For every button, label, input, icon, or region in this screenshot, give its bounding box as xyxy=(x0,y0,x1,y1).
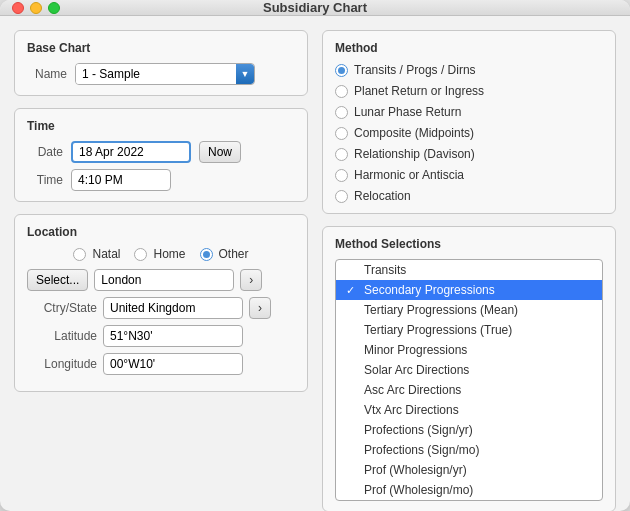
list-item-tertiary-mean[interactable]: Tertiary Progressions (Mean) xyxy=(336,300,602,320)
check-11 xyxy=(346,484,358,496)
method-label-1: Planet Return or Ingress xyxy=(354,84,484,98)
list-item-prof-yr[interactable]: Profections (Sign/yr) xyxy=(336,420,602,440)
list-item-label-transits: Transits xyxy=(364,263,406,277)
list-item-secondary[interactable]: ✓ Secondary Progressions xyxy=(336,280,602,300)
check-0 xyxy=(346,264,358,276)
list-item-tertiary-true[interactable]: Tertiary Progressions (True) xyxy=(336,320,602,340)
time-row: Time xyxy=(27,169,295,191)
latitude-field-label: Latitude xyxy=(27,329,97,343)
name-field-label: Name xyxy=(27,67,67,81)
method-radio-2[interactable] xyxy=(335,106,348,119)
name-dropdown-arrow[interactable]: ▼ xyxy=(236,64,254,84)
date-input[interactable] xyxy=(71,141,191,163)
city-input[interactable] xyxy=(94,269,234,291)
location-section: Location Natal Home Other xyxy=(14,214,308,392)
check-8 xyxy=(346,424,358,436)
home-radio-label: Home xyxy=(153,247,185,261)
method-radio-3[interactable] xyxy=(335,127,348,140)
list-item-wholesign-yr[interactable]: Prof (Wholesign/yr) xyxy=(336,460,602,480)
longitude-field-label: Longitude xyxy=(27,357,97,371)
method-radio-4[interactable] xyxy=(335,148,348,161)
list-item-label-prof-yr: Profections (Sign/yr) xyxy=(364,423,473,437)
method-radio-6[interactable] xyxy=(335,190,348,203)
check-1: ✓ xyxy=(346,284,358,297)
city-arrow-button[interactable]: › xyxy=(240,269,262,291)
check-2 xyxy=(346,304,358,316)
home-radio[interactable] xyxy=(134,248,147,261)
method-radio-1[interactable] xyxy=(335,85,348,98)
traffic-lights xyxy=(12,2,60,14)
method-section-label: Method xyxy=(335,41,603,55)
close-button[interactable] xyxy=(12,2,24,14)
natal-radio-label: Natal xyxy=(92,247,120,261)
check-3 xyxy=(346,324,358,336)
list-item-transits[interactable]: Transits xyxy=(336,260,602,280)
location-radio-row: Natal Home Other xyxy=(27,247,295,261)
country-field-label: Ctry/State xyxy=(27,301,97,315)
list-item-wholesign-mo[interactable]: Prof (Wholesign/mo) xyxy=(336,480,602,500)
maximize-button[interactable] xyxy=(48,2,60,14)
list-item-label-solar-arc: Solar Arc Directions xyxy=(364,363,469,377)
method-option-0[interactable]: Transits / Progs / Dirns xyxy=(335,63,603,77)
other-radio-row: Other xyxy=(200,247,249,261)
main-window: Subsidiary Chart Base Chart Name ▼ Time xyxy=(0,0,630,511)
method-label-3: Composite (Midpoints) xyxy=(354,126,474,140)
list-item-label-wholesign-yr: Prof (Wholesign/yr) xyxy=(364,463,467,477)
right-panel: Method Transits / Progs / Dirns Planet R… xyxy=(322,30,616,511)
list-item-label-prof-mo: Profections (Sign/mo) xyxy=(364,443,479,457)
content-area: Base Chart Name ▼ Time Date Now xyxy=(0,16,630,511)
list-item-label-vtx-arc: Vtx Arc Directions xyxy=(364,403,459,417)
window-title: Subsidiary Chart xyxy=(263,0,367,15)
natal-radio-row: Natal xyxy=(73,247,120,261)
longitude-input[interactable] xyxy=(103,353,243,375)
select-city-button[interactable]: Select... xyxy=(27,269,88,291)
list-item-label-wholesign-mo: Prof (Wholesign/mo) xyxy=(364,483,473,497)
method-option-4[interactable]: Relationship (Davison) xyxy=(335,147,603,161)
method-option-3[interactable]: Composite (Midpoints) xyxy=(335,126,603,140)
now-button[interactable]: Now xyxy=(199,141,241,163)
left-panel: Base Chart Name ▼ Time Date Now xyxy=(14,30,308,511)
country-row: Ctry/State › xyxy=(27,297,295,319)
method-option-1[interactable]: Planet Return or Ingress xyxy=(335,84,603,98)
method-label-4: Relationship (Davison) xyxy=(354,147,475,161)
latitude-input[interactable] xyxy=(103,325,243,347)
time-section-label: Time xyxy=(27,119,295,133)
country-arrow-button[interactable]: › xyxy=(249,297,271,319)
list-item-minor[interactable]: Minor Progressions xyxy=(336,340,602,360)
method-selections-label: Method Selections xyxy=(335,237,603,251)
other-radio[interactable] xyxy=(200,248,213,261)
method-label-6: Relocation xyxy=(354,189,411,203)
method-label-2: Lunar Phase Return xyxy=(354,105,461,119)
natal-radio[interactable] xyxy=(73,248,86,261)
latitude-row: Latitude xyxy=(27,325,295,347)
method-label-0: Transits / Progs / Dirns xyxy=(354,63,476,77)
home-radio-row: Home xyxy=(134,247,185,261)
check-9 xyxy=(346,444,358,456)
method-option-2[interactable]: Lunar Phase Return xyxy=(335,105,603,119)
method-radio-0[interactable] xyxy=(335,64,348,77)
list-item-label-minor: Minor Progressions xyxy=(364,343,467,357)
method-selections-dropdown: Transits ✓ Secondary Progressions Tertia… xyxy=(335,259,603,501)
method-selections-list: Transits ✓ Secondary Progressions Tertia… xyxy=(335,259,603,501)
method-label-5: Harmonic or Antiscia xyxy=(354,168,464,182)
date-row: Date Now xyxy=(27,141,295,163)
country-input[interactable] xyxy=(103,297,243,319)
name-input[interactable] xyxy=(76,64,236,84)
list-item-asc-arc[interactable]: Asc Arc Directions xyxy=(336,380,602,400)
other-radio-label: Other xyxy=(219,247,249,261)
list-item-vtx-arc[interactable]: Vtx Arc Directions xyxy=(336,400,602,420)
method-radio-group: Transits / Progs / Dirns Planet Return o… xyxy=(335,63,603,203)
method-radio-5[interactable] xyxy=(335,169,348,182)
location-section-label: Location xyxy=(27,225,295,239)
method-option-5[interactable]: Harmonic or Antiscia xyxy=(335,168,603,182)
list-item-label-tertiary-true: Tertiary Progressions (True) xyxy=(364,323,512,337)
check-10 xyxy=(346,464,358,476)
list-item-label-secondary: Secondary Progressions xyxy=(364,283,495,297)
minimize-button[interactable] xyxy=(30,2,42,14)
name-select-wrapper[interactable]: ▼ xyxy=(75,63,255,85)
method-option-6[interactable]: Relocation xyxy=(335,189,603,203)
time-input[interactable] xyxy=(71,169,171,191)
time-section: Time Date Now Time xyxy=(14,108,308,202)
list-item-solar-arc[interactable]: Solar Arc Directions xyxy=(336,360,602,380)
list-item-prof-mo[interactable]: Profections (Sign/mo) xyxy=(336,440,602,460)
